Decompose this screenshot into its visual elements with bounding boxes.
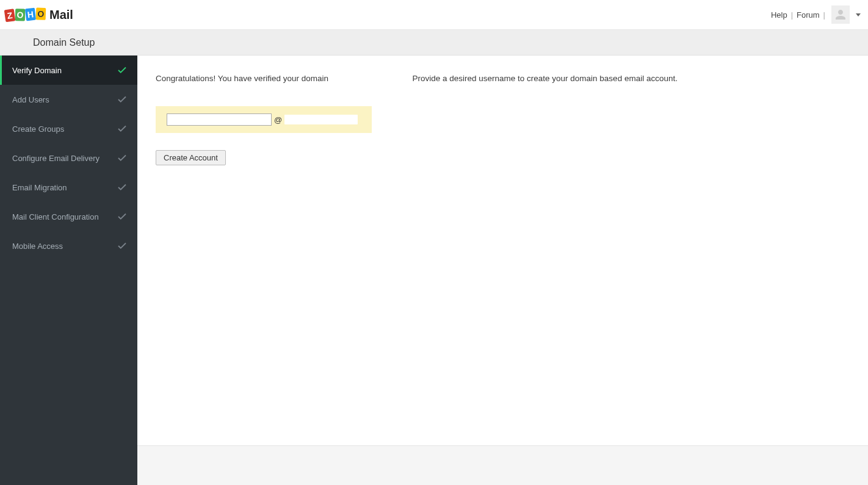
intro-prefix: Congratulations! You have verified your … <box>156 74 331 83</box>
intro-text: Congratulations! You have verified your … <box>156 74 850 83</box>
check-icon <box>117 182 128 193</box>
logo-letter-o1: O <box>15 9 25 21</box>
page-title: Domain Setup <box>33 37 95 48</box>
at-symbol: @ <box>274 115 282 124</box>
intro-suffix: Provide a desired username to create you… <box>410 74 678 83</box>
sidebar-item-label: Verify Domain <box>12 66 62 75</box>
sidebar: Verify Domain Add Users Create Groups Co… <box>0 56 137 485</box>
redacted-domain-suffix <box>284 115 358 124</box>
check-icon <box>117 211 128 222</box>
layout: Verify Domain Add Users Create Groups Co… <box>0 56 868 485</box>
main-content: Congratulations! You have verified your … <box>137 56 868 485</box>
logo-blocks: Z O H O <box>5 7 46 21</box>
redacted-domain-name <box>331 74 410 82</box>
sidebar-item-label: Email Migration <box>12 183 67 192</box>
sidebar-item-label: Add Users <box>12 95 49 104</box>
check-icon <box>117 153 128 163</box>
chevron-down-icon[interactable] <box>856 13 861 16</box>
sidebar-item-configure-email-delivery[interactable]: Configure Email Delivery <box>0 143 137 173</box>
zoho-mail-logo[interactable]: Z O H O Mail <box>5 8 73 22</box>
help-link[interactable]: Help <box>771 10 787 20</box>
forum-link[interactable]: Forum <box>797 10 820 20</box>
check-icon <box>117 240 128 251</box>
logo-suffix: Mail <box>49 8 73 22</box>
check-icon <box>117 123 128 134</box>
sidebar-item-add-users[interactable]: Add Users <box>0 85 137 114</box>
top-right-links: Help | Forum | <box>771 5 861 24</box>
check-icon <box>117 94 128 105</box>
sidebar-item-create-groups[interactable]: Create Groups <box>0 114 137 143</box>
page-title-bar: Domain Setup <box>0 30 868 56</box>
email-input-row: @ <box>156 106 372 133</box>
sidebar-item-mobile-access[interactable]: Mobile Access <box>0 231 137 260</box>
sidebar-item-mail-client-configuration[interactable]: Mail Client Configuration <box>0 202 137 231</box>
username-input[interactable] <box>167 113 272 126</box>
person-icon <box>833 7 848 22</box>
sidebar-item-label: Configure Email Delivery <box>12 154 99 163</box>
separator: | <box>823 10 825 20</box>
check-icon <box>117 65 128 76</box>
sidebar-item-label: Create Groups <box>12 124 64 134</box>
sidebar-item-verify-domain[interactable]: Verify Domain <box>0 56 137 85</box>
logo-letter-o2: O <box>36 7 46 20</box>
sidebar-item-email-migration[interactable]: Email Migration <box>0 173 137 202</box>
logo-letter-h: H <box>25 8 36 21</box>
separator: | <box>791 10 793 20</box>
avatar[interactable] <box>831 5 850 24</box>
create-account-button[interactable]: Create Account <box>156 150 226 165</box>
top-header: Z O H O Mail Help | Forum | <box>0 0 868 30</box>
footer-strip <box>137 445 868 485</box>
sidebar-item-label: Mobile Access <box>12 242 63 251</box>
sidebar-item-label: Mail Client Configuration <box>12 212 99 221</box>
logo-letter-z: Z <box>4 9 16 22</box>
